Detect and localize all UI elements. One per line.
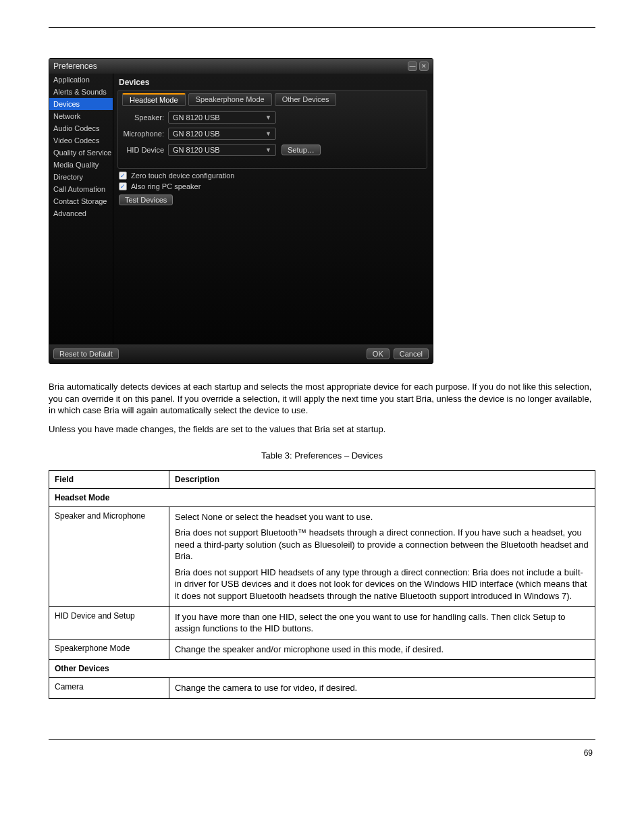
dialog-body: Application Alerts & Sounds Devices Netw… xyxy=(49,74,433,344)
paragraph-1: Bria automatically detects devices at ea… xyxy=(49,381,595,417)
desc-camera: Change the camera to use for video, if d… xyxy=(169,678,595,699)
test-devices-button[interactable]: Test Devices xyxy=(119,194,173,205)
reset-button[interactable]: Reset to Default xyxy=(53,348,119,359)
dialog-tabs: Headset Mode Speakerphone Mode Other Dev… xyxy=(122,90,423,111)
sidebar-item-video-codecs[interactable]: Video Codecs xyxy=(49,134,113,147)
chevron-down-icon: ▼ xyxy=(265,114,271,121)
field-hid: HID Device and Setup xyxy=(49,606,169,639)
table-section-row: Headset Mode xyxy=(49,488,595,506)
sidebar-item-advanced[interactable]: Advanced xyxy=(49,207,113,219)
bottom-rule xyxy=(49,739,595,740)
cancel-button[interactable]: Cancel xyxy=(394,348,429,359)
dialog-title: Preferences xyxy=(53,61,406,71)
dialog-section-title: Devices xyxy=(117,74,433,90)
sidebar-item-contact-storage[interactable]: Contact Storage xyxy=(49,195,113,207)
body-text: Bria automatically detects devices at ea… xyxy=(49,381,595,699)
table-header-row: Field Description xyxy=(49,470,595,488)
top-rule xyxy=(49,27,595,28)
desc-line: If you have more than one HID, select th… xyxy=(175,611,589,635)
tab-other-devices[interactable]: Other Devices xyxy=(275,93,337,106)
desc-line: Change the speaker and/or microphone use… xyxy=(175,644,589,656)
table-row: HID Device and Setup If you have more th… xyxy=(49,606,595,639)
desc-hid: If you have more than one HID, select th… xyxy=(169,606,595,639)
zero-touch-checkbox[interactable]: ✓ xyxy=(119,172,127,180)
chevron-down-icon: ▼ xyxy=(265,130,271,137)
hid-select[interactable]: GN 8120 USB ▼ xyxy=(168,144,276,156)
row-speaker: Speaker: GN 8120 USB ▼ xyxy=(122,111,423,124)
dialog-titlebar: Preferences — ✕ xyxy=(49,59,433,74)
preferences-table: Field Description Headset Mode Speaker a… xyxy=(49,470,595,699)
sidebar-item-devices[interactable]: Devices xyxy=(49,98,113,110)
dialog-main: Devices Headset Mode Speakerphone Mode O… xyxy=(113,74,433,344)
desc-line: Bria does not support Bluetooth™ headset… xyxy=(175,527,589,563)
table-row: Camera Change the camera to use for vide… xyxy=(49,678,595,699)
th-field: Field xyxy=(49,470,169,488)
ring-pc-row: ✓ Also ring PC speaker xyxy=(119,182,433,190)
sidebar-item-call-automation[interactable]: Call Automation xyxy=(49,183,113,195)
section-headset-mode: Headset Mode xyxy=(49,488,595,506)
desc-speakerphone: Change the speaker and/or microphone use… xyxy=(169,639,595,660)
minimize-icon[interactable]: — xyxy=(408,61,417,71)
field-speaker-mic: Speaker and Microphone xyxy=(49,506,169,606)
close-icon[interactable]: ✕ xyxy=(419,61,429,71)
paragraph-2: Unless you have made changes, the fields… xyxy=(49,423,595,436)
table-section-row: Other Devices xyxy=(49,660,595,678)
chevron-down-icon: ▼ xyxy=(265,147,271,153)
zero-touch-row: ✓ Zero touch device configuration xyxy=(119,172,433,180)
ring-pc-label: Also ring PC speaker xyxy=(131,182,200,190)
ok-button[interactable]: OK xyxy=(367,348,390,359)
sidebar-item-audio-codecs[interactable]: Audio Codecs xyxy=(49,122,113,134)
speaker-label: Speaker: xyxy=(122,113,164,122)
row-hid: HID Device GN 8120 USB ▼ Setup… xyxy=(122,144,423,156)
hid-label: HID Device xyxy=(122,146,164,154)
sidebar-item-network[interactable]: Network xyxy=(49,110,113,122)
microphone-value: GN 8120 USB xyxy=(173,130,220,138)
footer-page-number: 69 xyxy=(584,748,593,758)
microphone-label: Microphone: xyxy=(122,130,164,138)
tab-headset-mode[interactable]: Headset Mode xyxy=(122,93,186,106)
speaker-select[interactable]: GN 8120 USB ▼ xyxy=(168,111,276,124)
field-camera: Camera xyxy=(49,678,169,699)
dialog-inner-panel: Headset Mode Speakerphone Mode Other Dev… xyxy=(117,90,427,169)
tab-speakerphone-mode[interactable]: Speakerphone Mode xyxy=(188,93,272,106)
desc-line: Change the camera to use for video, if d… xyxy=(175,682,589,694)
table-row: Speakerphone Mode Change the speaker and… xyxy=(49,639,595,660)
sidebar-item-qos[interactable]: Quality of Service xyxy=(49,147,113,159)
ring-pc-checkbox[interactable]: ✓ xyxy=(119,182,127,190)
desc-line: Bria does not support HID headsets of an… xyxy=(175,567,589,602)
th-description: Description xyxy=(169,470,595,488)
page-footer: 69 xyxy=(49,748,595,758)
sidebar-item-directory[interactable]: Directory xyxy=(49,171,113,183)
dialog-footer: Reset to Default OK Cancel xyxy=(49,344,433,363)
sidebar-item-media-quality[interactable]: Media Quality xyxy=(49,159,113,171)
sidebar-item-application[interactable]: Application xyxy=(49,74,113,86)
field-speakerphone: Speakerphone Mode xyxy=(49,639,169,660)
table-row: Speaker and Microphone Select None or se… xyxy=(49,506,595,606)
setup-button[interactable]: Setup… xyxy=(281,145,321,155)
row-microphone: Microphone: GN 8120 USB ▼ xyxy=(122,128,423,140)
sidebar-item-alerts-sounds[interactable]: Alerts & Sounds xyxy=(49,86,113,98)
section-other-devices: Other Devices xyxy=(49,660,595,678)
dialog-spacer xyxy=(117,205,433,337)
desc-line: Select None or select the headset you wa… xyxy=(175,511,589,523)
preferences-dialog: Preferences — ✕ Application Alerts & Sou… xyxy=(49,58,433,364)
desc-speaker-mic: Select None or select the headset you wa… xyxy=(169,506,595,606)
table-caption: Table 3: Preferences – Devices xyxy=(49,450,595,462)
speaker-value: GN 8120 USB xyxy=(173,113,220,122)
zero-touch-label: Zero touch device configuration xyxy=(131,172,234,180)
hid-value: GN 8120 USB xyxy=(173,146,220,154)
dialog-sidebar: Application Alerts & Sounds Devices Netw… xyxy=(49,74,113,344)
microphone-select[interactable]: GN 8120 USB ▼ xyxy=(168,128,276,140)
